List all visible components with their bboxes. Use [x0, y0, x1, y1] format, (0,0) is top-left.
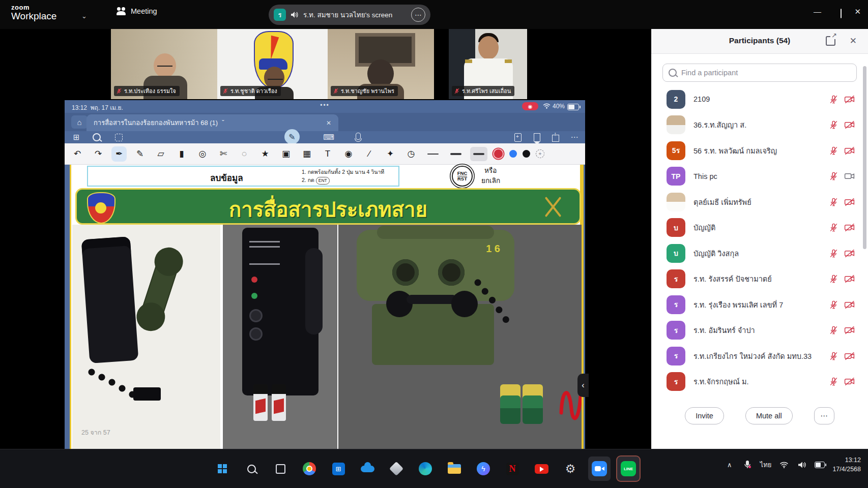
tool-icon[interactable]: ▣ [278, 146, 294, 162]
task-view-button[interactable] [269, 456, 292, 481]
minimize-button[interactable]: — [814, 7, 821, 16]
stroke-thin[interactable] [424, 147, 442, 161]
video-off-icon[interactable] [844, 377, 855, 386]
screen-share-indicator[interactable]: ร ร.ท. สมชาย นวลไทย's screen ⋯ [269, 5, 430, 25]
document-tab[interactable]: การสื่อสารในกองร้อยกองพันทหารม้า 68 (1) … [86, 114, 338, 131]
stroke-medium[interactable] [447, 147, 465, 161]
screenshot-icon[interactable] [113, 132, 124, 143]
screen-recording-indicator[interactable]: ◉ [522, 102, 538, 110]
participant-row[interactable]: ร ร.ท. อัมรินทร์ จำปา [651, 318, 868, 344]
video-off-icon[interactable] [844, 300, 855, 310]
tab-meeting[interactable]: Meeting [116, 7, 157, 15]
share-icon[interactable] [550, 132, 561, 143]
participant-row[interactable]: 5ร 56 ร.ท. พลวัฒน์ กมลเจริญ [651, 138, 868, 164]
tool-icon[interactable]: ★ [257, 146, 273, 162]
video-off-icon[interactable] [844, 325, 855, 335]
tool-icon[interactable]: ✄ [216, 146, 231, 162]
close-panel-icon[interactable]: ✕ [850, 36, 857, 46]
grid-view-icon[interactable]: ⊞ [71, 132, 82, 143]
restore-button[interactable] [841, 9, 842, 18]
color-add[interactable]: + [536, 149, 544, 158]
language-indicator[interactable]: ไทย [760, 460, 772, 470]
line-app-icon[interactable]: LINE [617, 456, 640, 481]
microphone-icon[interactable] [353, 132, 364, 143]
3d-viewer-icon[interactable] [385, 456, 408, 481]
mic-muted-icon[interactable] [829, 223, 838, 232]
add-page-icon[interactable] [512, 132, 524, 143]
video-off-icon[interactable] [844, 146, 855, 156]
participant-row[interactable]: บ บัญญัติ วิงสกุล [651, 240, 868, 266]
mic-muted-icon[interactable] [829, 146, 838, 156]
video-off-icon[interactable] [844, 197, 855, 207]
edge-icon[interactable] [414, 456, 437, 481]
collapse-panel-handle[interactable]: ‹ [577, 374, 589, 397]
video-off-icon[interactable] [844, 223, 855, 232]
share-more-options-button[interactable]: ⋯ [411, 8, 425, 22]
invite-button[interactable]: Invite [685, 407, 724, 424]
search-icon[interactable] [91, 132, 102, 143]
participant-row[interactable]: ร ร.ท. รังสรรค์ ปัจชามาตย์ [651, 266, 868, 292]
stroke-thick[interactable] [470, 147, 487, 161]
participant-row[interactable]: TP This pc [651, 164, 868, 190]
tray-wifi-icon[interactable] [779, 460, 789, 470]
tool-icon[interactable]: ◎ [195, 146, 210, 162]
tool-icon[interactable]: ◉ [341, 146, 356, 162]
more-button[interactable]: ⋯ [814, 407, 834, 424]
tray-mic-icon[interactable] [742, 460, 753, 470]
video-off-icon[interactable] [844, 351, 855, 361]
home-button[interactable]: ⌂ [71, 115, 88, 129]
mic-muted-icon[interactable] [829, 171, 838, 181]
participants-list[interactable]: 2 2109 36.ร.ท.สัญญา ส. 5ร [651, 86, 868, 404]
video-off-icon[interactable] [844, 249, 855, 258]
participant-row[interactable]: บ บัญญัติ [651, 215, 868, 241]
search-input[interactable]: Find a participant [662, 64, 857, 82]
pop-out-icon[interactable] [826, 36, 835, 46]
video-off-icon[interactable] [844, 95, 855, 104]
video-on-icon[interactable] [844, 171, 855, 181]
tray-chevron-up-icon[interactable]: ∧ [725, 460, 735, 470]
chrome-icon[interactable] [298, 456, 321, 481]
participant-row[interactable]: 2 2109 [651, 86, 868, 112]
netflix-icon[interactable]: N [501, 456, 524, 481]
tool-icon[interactable]: T [320, 146, 335, 162]
mic-muted-icon[interactable] [829, 120, 838, 130]
start-button[interactable] [211, 456, 234, 481]
participant-row[interactable]: 36.ร.ท.สัญญา ส. [651, 112, 868, 138]
mic-muted-icon[interactable] [829, 300, 838, 310]
search-button[interactable] [240, 456, 263, 481]
bookmark-icon[interactable] [531, 132, 542, 143]
workspace-chevron-down-icon[interactable]: ⌄ [81, 12, 87, 20]
mute-all-button[interactable]: Mute all [745, 407, 793, 424]
tool-icon[interactable]: ↷ [91, 146, 106, 162]
keyboard-icon[interactable]: ⌨ [323, 132, 334, 143]
video-tile[interactable]: ร.ท.ชาญชัย พรานไพร [328, 29, 434, 99]
color-black[interactable] [523, 150, 530, 158]
tool-icon[interactable]: ∕ [362, 146, 377, 162]
microsoft-store-icon[interactable]: ⊞ [327, 456, 350, 481]
mic-muted-icon[interactable] [829, 274, 838, 284]
participant-row[interactable]: ร ร.ท. รุ่งเรือง พรมเลิศ เลขที่ 7 [651, 292, 868, 318]
video-tile[interactable]: ร.ท.ประเทือง ธรรมใจ [111, 29, 217, 99]
tray-clock[interactable]: 13:1217/4/2568 [832, 455, 861, 474]
tool-icon[interactable]: ▱ [153, 146, 168, 162]
participant-row[interactable]: ร ร.ท.จักรกฤษณ์ ม. [651, 369, 868, 395]
participant-row[interactable]: ร ร.ท.เกรียงไกร ใหม่วงค์ สังกัด มทบ.33 [651, 343, 868, 369]
video-off-icon[interactable] [844, 274, 855, 284]
video-off-icon[interactable] [844, 120, 855, 130]
video-tile[interactable]: ร.ท.ชูชาติ ดาวเรือง [217, 29, 328, 99]
mic-muted-icon[interactable] [829, 377, 838, 386]
tray-battery-icon[interactable] [815, 460, 825, 470]
pen-mode-button[interactable]: ✎ [284, 129, 300, 144]
participant-row[interactable]: ตุลย์เมธี เพิ่มทรัพย์ [651, 189, 868, 215]
file-explorer-icon[interactable] [443, 456, 466, 481]
mic-muted-icon[interactable] [829, 197, 838, 207]
tool-icon[interactable]: ◷ [403, 146, 419, 162]
close-button[interactable]: ✕ [854, 7, 861, 16]
tool-icon[interactable]: ▦ [299, 146, 314, 162]
tool-icon[interactable]: ◌ [237, 146, 252, 162]
tool-icon[interactable]: ✎ [132, 146, 148, 162]
tool-icon[interactable]: ↶ [70, 146, 85, 162]
mic-muted-icon[interactable] [829, 249, 838, 258]
video-tile[interactable]: ร.ท.ศรีไพร เสมเถื่อน [449, 29, 527, 99]
settings-icon[interactable]: ⚙ [559, 456, 582, 481]
